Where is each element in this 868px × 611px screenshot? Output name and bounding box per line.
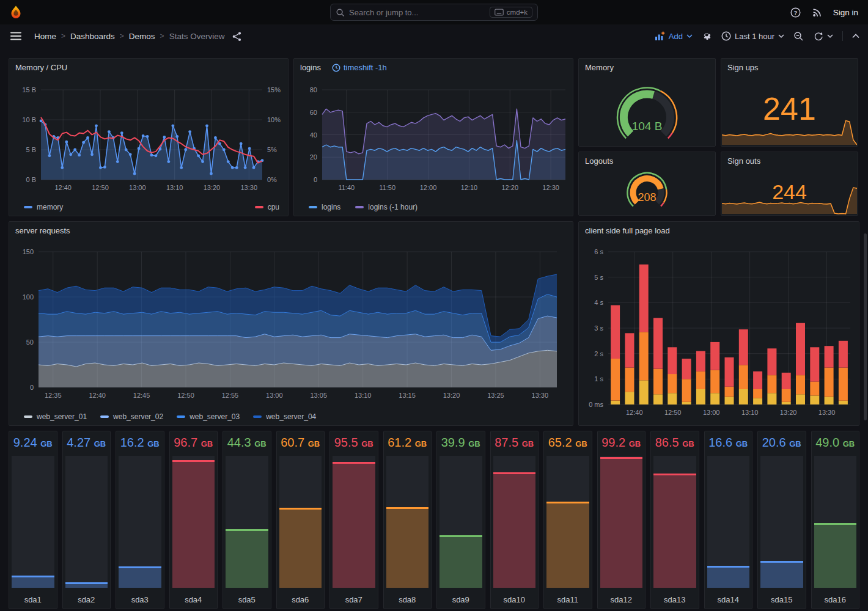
panel-title[interactable]: client side full page load [585,226,670,235]
disk-bar-track[interactable] [119,456,161,588]
disk-bar-fill [172,460,215,588]
share-button[interactable] [232,31,242,42]
logins-chart[interactable]: 80604020011:4011:5012:0012:1012:2012:30 [294,59,573,196]
svg-text:12:50: 12:50 [177,392,194,399]
panel-title[interactable]: Sign ups [727,63,759,72]
svg-text:20: 20 [310,153,317,161]
zoom-out-icon [793,31,804,42]
panel-title[interactable]: Memory [585,63,614,72]
shortcut-label: cmd+k [507,9,528,16]
disk-bar-track[interactable] [600,456,643,588]
disk-bar-cap [440,535,482,537]
menu-toggle-button[interactable] [10,31,22,41]
disk-panel-sda15: 20.6 GBsda15 [757,431,806,609]
legend-item-web_server_02[interactable]: web_server_02 [100,412,163,421]
breadcrumb-home[interactable]: Home [34,32,56,41]
disk-bar-track[interactable] [707,456,750,588]
keyboard-icon [495,9,504,16]
chevron-down-icon [778,34,784,38]
scrollbar[interactable] [864,233,867,420]
panel-logins: logins timeshift -1h 80604020011:4011:50… [293,58,573,216]
panel-title[interactable]: logins [300,63,321,72]
chevron-down-icon [686,34,693,38]
panel-memory-gauge: Memory 104 B [578,58,716,147]
disk-bar-track[interactable] [760,456,803,588]
disk-bar-fill [814,523,857,588]
svg-text:12:50: 12:50 [664,409,682,416]
svg-text:0%: 0% [267,176,277,183]
panel-title[interactable]: Logouts [585,156,613,166]
legend-item-logins[interactable]: logins [309,203,340,211]
disk-panel-sda6: 60.7 GBsda6 [276,431,325,609]
legend-item-logins (-1 hour)[interactable]: logins (-1 hour) [355,203,417,211]
disk-panel-sda5: 44.3 GBsda5 [223,431,271,609]
stat-value: 241 [721,93,858,125]
panel-title[interactable]: server requests [15,226,70,235]
disk-bar-cap [760,561,803,563]
disk-bar-fill [760,561,803,588]
disk-bar-track[interactable] [493,456,536,588]
svg-text:100: 100 [23,293,34,301]
breadcrumb-separator: > [120,32,124,40]
add-button[interactable]: Add [655,31,693,41]
disk-value: 99.2 GB [598,436,645,450]
refresh-button[interactable] [813,31,833,42]
svg-text:1 s: 1 s [594,375,603,382]
panel-title[interactable]: Memory / CPU [15,63,67,72]
kiosk-mode-button[interactable] [852,34,859,38]
disk-value: 60.7 GB [277,436,325,450]
legend-swatch [24,206,32,208]
stat-value: 244 [721,181,858,202]
svg-text:12:20: 12:20 [501,184,518,191]
page-load-chart[interactable]: 6 s5 s4 s3 s2 s1 s0 ms12:4012:5013:0013:… [579,222,859,425]
disk-bar-track[interactable] [12,456,54,588]
legend-item-web_server_04[interactable]: web_server_04 [253,412,316,421]
timeshift-badge[interactable]: timeshift -1h [332,63,387,72]
svg-text:5%: 5% [267,146,277,153]
legend-item-memory[interactable]: memory [24,203,63,211]
disk-bar-track[interactable] [226,456,268,588]
svg-text:0: 0 [30,384,34,391]
svg-text:13:10: 13:10 [355,392,372,399]
time-range-picker[interactable]: Last 1 hour [721,31,784,41]
svg-text:12:30: 12:30 [542,184,559,191]
disk-bar-track[interactable] [653,456,696,588]
disk-label: sda2 [63,595,111,604]
memory-cpu-chart[interactable]: 15 B15%10 B10%5 B5%0 B0%12:4012:5013:001… [9,59,288,196]
disk-label: sda5 [223,595,271,604]
search-input[interactable]: Search or jump to... cmd+k [330,4,538,21]
sign-in-link[interactable]: Sign in [833,8,858,17]
dashboard-settings-button[interactable] [702,31,712,42]
disk-bar-fill [600,457,643,588]
news-button[interactable] [812,7,822,18]
help-button[interactable]: ? [790,7,801,18]
disk-bar-track[interactable] [172,456,215,588]
disk-panel-sda4: 96.7 GBsda4 [169,431,218,609]
svg-text:13:00: 13:00 [703,409,720,416]
breadcrumb-separator: > [61,32,65,40]
hamburger-icon [10,31,22,41]
disk-bar-track[interactable] [386,456,429,588]
panel-title[interactable]: Sign outs [727,156,760,166]
disk-bar-track[interactable] [333,456,375,588]
grafana-logo[interactable] [9,5,23,20]
breadcrumb-dashboards[interactable]: Dashboards [70,32,115,41]
legend-item-web_server_03[interactable]: web_server_03 [177,412,240,421]
legend-label: web_server_04 [266,412,316,421]
zoom-out-button[interactable] [793,31,804,42]
legend-item-cpu[interactable]: cpu [255,203,279,211]
disk-bar-track[interactable] [546,456,589,588]
disk-bar-track[interactable] [440,456,482,588]
disk-bar-track[interactable] [814,456,857,588]
disk-bar-track[interactable] [65,456,108,588]
legend-label: web_server_02 [113,412,163,421]
svg-text:?: ? [793,9,797,16]
disk-gauge-row: 9.24 GBsda14.27 GBsda216.2 GBsda396.7 GB… [9,431,859,609]
disk-value: 96.7 GB [170,436,218,450]
disk-bar-track[interactable] [279,456,322,588]
svg-text:13:00: 13:00 [129,184,146,191]
disk-value: 44.3 GB [223,436,271,450]
server-requests-chart[interactable]: 15010050012:3512:4012:4512:5012:5513:001… [9,222,573,405]
legend-item-web_server_01[interactable]: web_server_01 [24,412,87,421]
breadcrumb-demos[interactable]: Demos [129,32,155,41]
